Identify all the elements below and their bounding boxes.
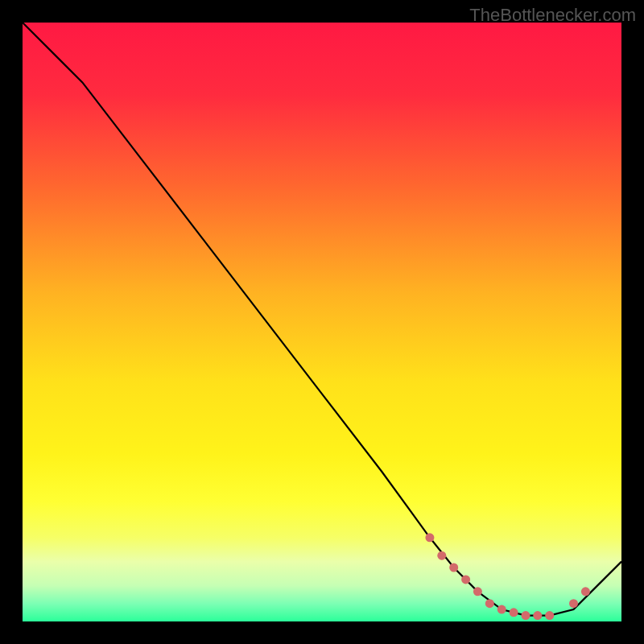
marker-dot [581,587,590,596]
marker-dot [485,599,494,608]
plot-area [23,23,621,621]
marker-dots [425,533,590,620]
chart-container: TheBottlenecker.com [0,0,644,644]
marker-dot [533,611,542,620]
marker-dot [510,608,518,617]
marker-dot [473,587,482,596]
marker-dot [569,599,578,608]
marker-dot [437,551,446,560]
marker-dot [545,611,554,620]
watermark-text: TheBottlenecker.com [469,5,636,26]
marker-dot [497,605,506,614]
marker-dot [461,575,470,584]
marker-dot [449,564,458,572]
bottleneck-curve [23,23,621,616]
marker-dot [522,611,530,620]
curve-layer [23,23,621,621]
marker-dot [425,533,434,542]
